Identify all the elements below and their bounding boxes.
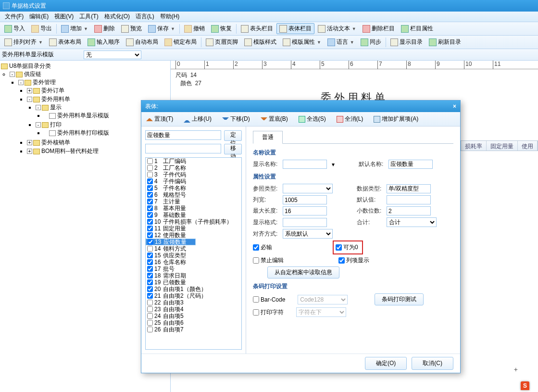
language-button[interactable]: 语言▼: [325, 37, 357, 48]
move-down-button[interactable]: 下移(D): [220, 114, 252, 124]
inputorder-button[interactable]: 输入顺序: [85, 37, 123, 48]
list-item-checkbox[interactable]: [147, 165, 153, 171]
ok-button[interactable]: 确定(O): [365, 357, 407, 370]
list-item[interactable]: 11固定用量: [146, 225, 241, 232]
menu-format[interactable]: 格式化(O): [101, 12, 133, 22]
activetext-button[interactable]: 活动文本▼: [315, 23, 359, 34]
list-item-checkbox[interactable]: [147, 320, 153, 326]
decimals-input[interactable]: [387, 206, 431, 215]
export-button[interactable]: 导出: [28, 23, 55, 34]
list-item[interactable]: 25自由项6: [146, 319, 241, 326]
list-item[interactable]: 26自由项7: [146, 326, 241, 333]
align-button[interactable]: 排列对齐▼: [1, 37, 46, 48]
list-item-checkbox[interactable]: [147, 205, 153, 211]
total-select[interactable]: 合计: [387, 217, 437, 227]
colshow-checkbox[interactable]: 列项显示: [338, 256, 369, 265]
tree-node[interactable]: 显示: [50, 104, 62, 111]
list-item-checkbox[interactable]: [147, 246, 153, 252]
list-item-checkbox[interactable]: [147, 273, 153, 278]
display-name-input[interactable]: [283, 160, 327, 169]
menu-lang[interactable]: 语言(L): [133, 12, 157, 22]
move-up-button[interactable]: 上移(U): [182, 114, 213, 124]
tree-node[interactable]: 委外用料单: [41, 96, 70, 102]
list-item-checkbox[interactable]: [147, 185, 153, 191]
bodylayout-button[interactable]: 表体布局: [46, 37, 84, 48]
dialog-titlebar[interactable]: 表体: ×: [141, 101, 460, 112]
list-item[interactable]: 19已领数量: [146, 279, 241, 286]
align-select[interactable]: 系统默认: [283, 229, 333, 239]
tree-node[interactable]: 委外订单: [41, 87, 64, 94]
colwidth-input[interactable]: [283, 195, 327, 204]
select-all-button[interactable]: 全选(S): [297, 114, 328, 124]
menu-file[interactable]: 文件(F): [2, 12, 26, 22]
locklayout-button[interactable]: 锁定布局: [162, 37, 200, 48]
list-item[interactable]: 23自由项4: [146, 306, 241, 313]
displayformat-input[interactable]: [283, 218, 327, 227]
list-item[interactable]: 13应领数量: [146, 239, 196, 245]
menu-edit[interactable]: 编辑(E): [26, 12, 51, 22]
list-item[interactable]: 1工厂编码: [146, 158, 241, 164]
list-item[interactable]: 24自由项5: [146, 313, 241, 319]
printchar-checkbox[interactable]: 打印字符: [253, 308, 284, 316]
import-button[interactable]: 导入: [1, 23, 28, 34]
tree-leaf[interactable]: 委外用料单显示模版: [57, 112, 109, 119]
list-item[interactable]: 5子件名称: [146, 185, 241, 191]
maxlen-input[interactable]: [283, 206, 327, 215]
list-item[interactable]: 12使用数量: [146, 232, 241, 239]
list-item[interactable]: 20自由项1（颜色）: [146, 286, 241, 292]
readonly-checkbox[interactable]: 禁止编辑: [253, 256, 284, 265]
menu-tool[interactable]: 工具(T): [76, 12, 101, 22]
list-item-checkbox[interactable]: [147, 286, 153, 292]
list-item-checkbox[interactable]: [147, 158, 153, 164]
list-item[interactable]: 10子件耗损率（子件损耗率）: [146, 218, 241, 225]
list-item[interactable]: 17批号: [146, 266, 241, 272]
redo-button[interactable]: 恢复: [208, 23, 235, 34]
list-item-checkbox[interactable]: [147, 266, 153, 272]
list-item[interactable]: 4子件编码: [146, 178, 241, 185]
move-top-button[interactable]: 置顶(T): [144, 114, 175, 124]
add-column-icon[interactable]: +: [514, 366, 518, 373]
close-icon[interactable]: ×: [453, 101, 456, 112]
list-item-checkbox[interactable]: [147, 219, 153, 225]
list-item-checkbox[interactable]: [147, 226, 153, 231]
list-item-checkbox[interactable]: [147, 306, 153, 312]
required-checkbox[interactable]: 必输: [253, 243, 272, 252]
moveto-button[interactable]: 移动到: [224, 144, 242, 154]
select-none-button[interactable]: 全消(L): [335, 114, 365, 124]
list-item[interactable]: 18需求日期: [146, 272, 241, 279]
add-extension-button[interactable]: 增加扩展项(A): [372, 114, 420, 124]
locate-button[interactable]: 定位: [224, 130, 242, 141]
list-item[interactable]: 22自由项3: [146, 299, 241, 306]
list-item[interactable]: 2工厂名称: [146, 164, 241, 171]
barcode-test-button[interactable]: 条码打印测试: [375, 293, 424, 305]
tree-node[interactable]: 委外管理: [33, 79, 56, 86]
list-item[interactable]: 8基本用量: [146, 205, 241, 212]
delcol-button[interactable]: 删除栏目: [360, 23, 398, 34]
tree-node[interactable]: 打印: [50, 121, 62, 128]
list-item-checkbox[interactable]: [147, 253, 153, 258]
tree-node[interactable]: 委外核销单: [41, 139, 70, 146]
list-item[interactable]: 21自由项2（尺码）: [146, 292, 241, 299]
menu-help[interactable]: 帮助(H): [157, 12, 183, 22]
list-item-checkbox[interactable]: [147, 300, 153, 305]
list-item[interactable]: 16仓库名称: [146, 259, 241, 266]
autolayout-button[interactable]: 自动布局: [123, 37, 161, 48]
list-item-checkbox[interactable]: [147, 212, 153, 218]
list-item-checkbox[interactable]: [147, 172, 153, 177]
bodycol-button[interactable]: 表体栏目: [276, 23, 314, 34]
tree-node[interactable]: 供应链: [24, 71, 41, 77]
moveto-input[interactable]: [145, 144, 221, 153]
list-item-checkbox[interactable]: [147, 293, 153, 299]
column-listbox[interactable]: 1工厂编码2工厂名称3子件代码4子件编码5子件名称6规格型号7主计量8基本用量9…: [145, 157, 242, 350]
list-item-checkbox[interactable]: [147, 259, 153, 265]
list-item-checkbox[interactable]: [147, 178, 153, 184]
headcol-button[interactable]: 表头栏目: [238, 23, 276, 34]
list-item-checkbox[interactable]: [147, 232, 153, 238]
save-button[interactable]: 保存▼: [145, 23, 178, 34]
barcode-checkbox[interactable]: Bar-Code: [253, 296, 285, 303]
template-select[interactable]: 无: [84, 51, 141, 59]
default-name-input[interactable]: [388, 160, 433, 169]
allow-zero-checkbox[interactable]: 可为0: [336, 243, 358, 252]
tab-common[interactable]: 普通: [253, 131, 283, 144]
menu-view[interactable]: 视图(V): [51, 12, 76, 22]
